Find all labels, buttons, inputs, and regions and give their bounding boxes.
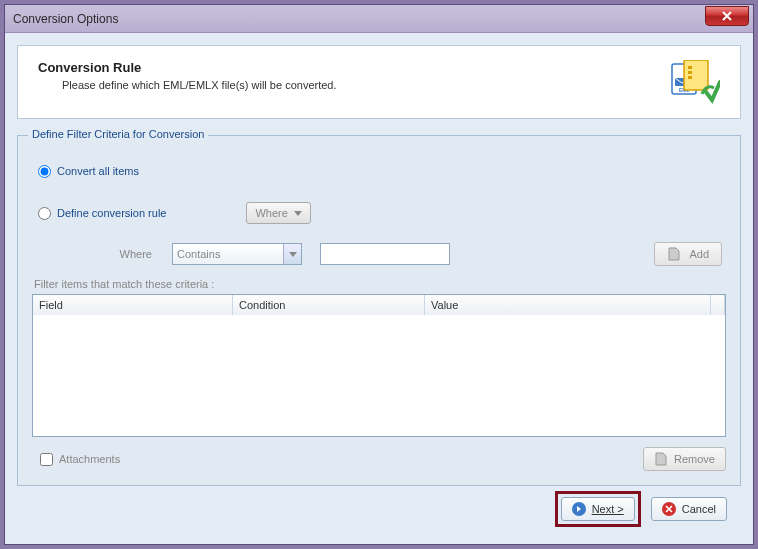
add-button[interactable]: Add — [654, 242, 722, 266]
filter-items-label: Filter items that match these criteria : — [34, 278, 726, 290]
add-button-label: Add — [689, 248, 709, 260]
conversion-eml-icon: EML — [670, 60, 720, 104]
attachments-checkbox-input[interactable] — [40, 453, 53, 466]
column-value[interactable]: Value — [425, 295, 711, 315]
cancel-button-label: Cancel — [682, 503, 716, 515]
radio-convert-all-label: Convert all items — [57, 165, 139, 177]
remove-file-icon — [654, 452, 668, 466]
criteria-table[interactable]: Field Condition Value — [32, 294, 726, 437]
radio-convert-all[interactable]: Convert all items — [38, 160, 726, 182]
next-button[interactable]: Next > — [561, 497, 635, 521]
where-button-label: Where — [255, 207, 287, 219]
remove-button[interactable]: Remove — [643, 447, 726, 471]
cancel-x-icon — [662, 502, 676, 516]
cancel-button[interactable]: Cancel — [651, 497, 727, 521]
footer-buttons: Next > Cancel — [17, 486, 741, 532]
svg-rect-4 — [688, 66, 692, 69]
radio-define-rule-label: Define conversion rule — [57, 207, 166, 219]
column-field[interactable]: Field — [33, 295, 233, 315]
page-title: Conversion Rule — [38, 60, 670, 75]
filter-criteria-group: Define Filter Criteria for Conversion Co… — [17, 135, 741, 486]
close-icon — [722, 11, 732, 21]
next-button-label: Next > — [592, 503, 624, 515]
attachments-label: Attachments — [59, 453, 120, 465]
column-spacer — [711, 295, 725, 315]
condition-combo[interactable] — [172, 243, 302, 265]
next-button-highlight: Next > — [555, 491, 641, 527]
chevron-down-icon — [294, 211, 302, 216]
content-area: Conversion Rule Please define which EML/… — [5, 33, 753, 544]
column-condition[interactable]: Condition — [233, 295, 425, 315]
window-title: Conversion Options — [9, 12, 118, 26]
where-dropdown-button[interactable]: Where — [246, 202, 310, 224]
remove-button-label: Remove — [674, 453, 715, 465]
page-description: Please define which EML/EMLX file(s) wil… — [38, 79, 670, 91]
table-body — [33, 315, 725, 436]
header-section: Conversion Rule Please define which EML/… — [17, 45, 741, 119]
group-title: Define Filter Criteria for Conversion — [28, 128, 208, 140]
radio-define-rule-input[interactable] — [38, 207, 51, 220]
window-frame: Conversion Options Conversion Rule Pleas… — [4, 4, 754, 545]
arrow-right-icon — [572, 502, 586, 516]
svg-rect-6 — [688, 76, 692, 79]
add-file-icon — [667, 247, 681, 261]
title-bar[interactable]: Conversion Options — [5, 5, 753, 33]
radio-convert-all-input[interactable] — [38, 165, 51, 178]
table-header: Field Condition Value — [33, 295, 725, 315]
svg-rect-5 — [688, 71, 692, 74]
filter-form-row: Where Add — [32, 242, 726, 266]
value-input[interactable] — [320, 243, 450, 265]
window-close-button[interactable] — [705, 6, 749, 26]
svg-rect-3 — [684, 60, 708, 90]
radio-define-rule[interactable]: Define conversion rule — [38, 207, 166, 220]
attachments-checkbox[interactable]: Attachments — [40, 453, 120, 466]
where-label: Where — [32, 248, 172, 260]
